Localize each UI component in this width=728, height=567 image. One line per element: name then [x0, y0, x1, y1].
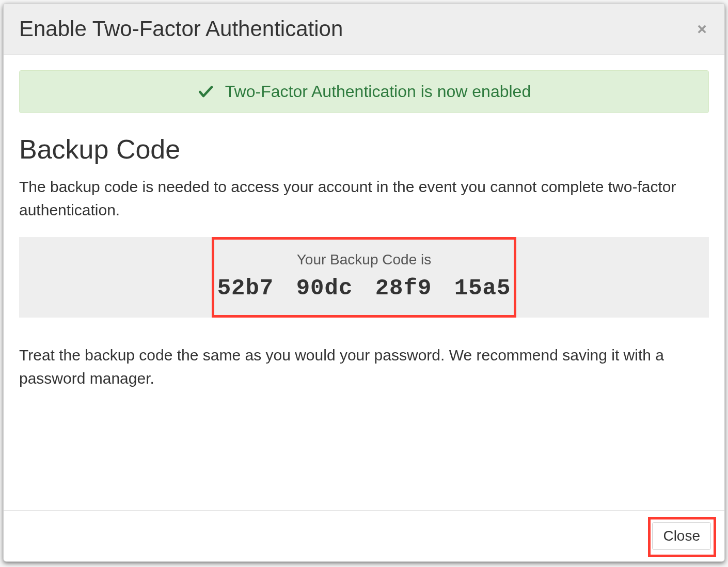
close-icon[interactable]: ×: [695, 21, 709, 37]
backup-code-panel: Your Backup Code is 52b7 90dc 28f9 15a5: [19, 237, 709, 318]
modal-header: Enable Two-Factor Authentication ×: [4, 4, 724, 55]
close-button[interactable]: Close: [652, 522, 711, 550]
modal-title: Enable Two-Factor Authentication: [19, 17, 343, 41]
two-factor-modal: Enable Two-Factor Authentication × Two-F…: [3, 3, 725, 562]
backup-code-description: The backup code is needed to access your…: [19, 175, 709, 222]
success-alert: Two-Factor Authentication is now enabled: [19, 70, 709, 113]
backup-code-label: Your Backup Code is: [29, 251, 699, 268]
modal-footer: Close: [4, 510, 724, 561]
alert-message: Two-Factor Authentication is now enabled: [225, 82, 531, 101]
modal-body: Two-Factor Authentication is now enabled…: [4, 55, 724, 510]
checkmark-icon: [197, 84, 214, 100]
backup-code-heading: Backup Code: [19, 134, 709, 165]
backup-code-warning: Treat the backup code the same as you wo…: [19, 343, 709, 390]
backup-code-value: 52b7 90dc 28f9 15a5: [29, 275, 699, 301]
